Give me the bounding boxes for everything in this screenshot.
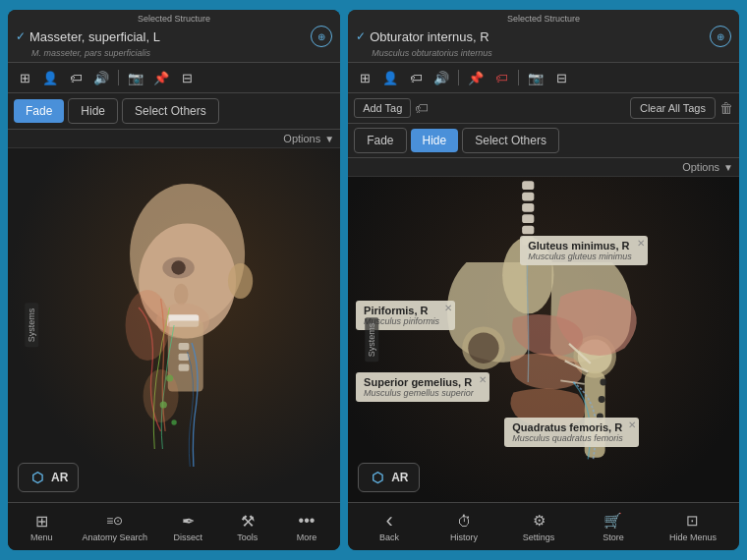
left-ar-button[interactable]: ⬡ AR: [18, 463, 79, 492]
left-nav-more[interactable]: ••• More: [282, 509, 331, 544]
left-selected-structure-label: Selected Structure: [16, 14, 332, 24]
left-toolbar-tag-icon[interactable]: 🏷: [65, 67, 86, 88]
left-structure-name-row: ✓ Masseter, superficial, L ⊕: [16, 26, 332, 47]
left-ar-label: AR: [51, 471, 68, 484]
left-nav-anatomy-search-label: Anatomy Search: [82, 532, 147, 542]
right-settings-icon: ⚙: [527, 511, 550, 531]
right-toolbar: ⊞ 👤 🏷 🔊 📌 🏷 📷 ⊟: [348, 63, 739, 93]
right-options-label[interactable]: Options: [682, 161, 719, 173]
right-label-superior-gemelius: Superior gemelius, R Musculus gemellus s…: [356, 372, 489, 402]
left-bottom-nav: ⊞ Menu ≡⊙ Anatomy Search ✒ Dissect ⚒ Too…: [8, 502, 340, 550]
svg-point-3: [171, 260, 185, 274]
left-toolbar-camera-icon[interactable]: 📷: [125, 67, 146, 88]
left-anatomy-svg: [8, 148, 340, 502]
right-ar-button[interactable]: ⬡ AR: [358, 463, 419, 492]
left-hide-button[interactable]: Hide: [68, 98, 118, 124]
left-checkmark-icon: ✓: [16, 29, 26, 43]
right-clear-all-tags-button[interactable]: Clear All Tags: [630, 97, 716, 119]
right-nav-back[interactable]: ‹ Back: [365, 509, 414, 544]
right-chevron-down-icon: ▼: [723, 162, 733, 173]
right-nav-history-label: History: [450, 532, 478, 542]
left-toolbar-separator: [118, 70, 119, 85]
left-viewport[interactable]: Systems: [8, 148, 340, 502]
right-toolbar-volume-icon[interactable]: 🔊: [431, 67, 452, 88]
left-menu-icon: ⊞: [29, 511, 53, 531]
left-action-buttons: Fade Hide Select Others: [8, 93, 340, 130]
left-target-icon[interactable]: ⊕: [311, 26, 332, 47]
svg-rect-20: [522, 214, 534, 223]
right-label-gluteus: Gluteus minimus, R Musculus gluteus mini…: [520, 236, 648, 265]
right-toolbar-separator2: [518, 70, 519, 85]
right-back-icon: ‹: [377, 511, 401, 531]
left-selected-structure-bar: Selected Structure ✓ Masseter, superfici…: [8, 10, 340, 63]
left-anatomy-search-icon: ≡⊙: [103, 511, 127, 531]
right-nav-store[interactable]: 🛒 Store: [589, 509, 638, 544]
right-selected-structure-label: Selected Structure: [356, 14, 731, 24]
right-bottom-nav: ‹ Back ⏱ History ⚙ Settings 🛒 Store ⊡ Hi…: [348, 502, 739, 550]
left-toolbar: ⊞ 👤 🏷 🔊 📷 📌 ⊟: [8, 63, 340, 93]
right-selected-structure-bar: Selected Structure ✓ Obturator internus,…: [348, 10, 739, 63]
right-viewport[interactable]: Systems: [348, 177, 739, 502]
right-panel: Selected Structure ✓ Obturator internus,…: [348, 10, 739, 550]
left-structure-subtitle: M. masseter, pars superficialis: [16, 48, 332, 58]
right-toolbar-person-icon[interactable]: 👤: [379, 67, 401, 88]
svg-point-33: [599, 396, 605, 403]
right-toolbar-grid-icon[interactable]: ⊞: [354, 67, 375, 88]
right-structure-name: ✓ Obturator internus, R: [356, 29, 488, 44]
right-nav-settings[interactable]: ⚙ Settings: [514, 509, 563, 544]
left-nav-tools-label: Tools: [237, 532, 258, 542]
right-toolbar-separator1: [458, 70, 459, 85]
svg-rect-19: [522, 203, 534, 212]
left-structure-name-text: Masseter, superficial, L: [29, 29, 160, 44]
left-nav-anatomy-search[interactable]: ≡⊙ Anatomy Search: [76, 509, 153, 544]
svg-rect-17: [522, 181, 534, 190]
right-toolbar-tag2-icon[interactable]: 🏷: [490, 67, 512, 88]
right-nav-hide-menus[interactable]: ⊡ Hide Menus: [663, 509, 722, 544]
right-nav-back-label: Back: [379, 532, 399, 542]
left-options-row: Options ▼: [8, 130, 340, 148]
right-hide-button[interactable]: Hide: [411, 129, 459, 152]
right-label-gluteus-close[interactable]: ✕: [637, 238, 645, 249]
right-toolbar-tag-icon[interactable]: 🏷: [405, 67, 427, 88]
left-fade-button[interactable]: Fade: [14, 99, 64, 123]
right-add-tag-button[interactable]: Add Tag: [354, 98, 411, 118]
left-toolbar-grid-icon[interactable]: ⊞: [14, 67, 35, 88]
right-action-buttons: Fade Hide Select Others: [348, 124, 739, 158]
left-nav-menu[interactable]: ⊞ Menu: [17, 509, 66, 544]
left-nav-tools[interactable]: ⚒ Tools: [223, 509, 272, 544]
left-nav-more-label: More: [297, 532, 317, 542]
left-select-others-button[interactable]: Select Others: [122, 98, 219, 124]
right-toolbar-grid2-icon[interactable]: ⊟: [550, 67, 572, 88]
right-select-others-button[interactable]: Select Others: [462, 128, 559, 153]
left-toolbar-person-icon[interactable]: 👤: [39, 67, 61, 88]
svg-rect-10: [179, 364, 190, 371]
right-nav-settings-label: Settings: [523, 532, 555, 542]
left-toolbar-pin-icon[interactable]: 📌: [150, 67, 172, 88]
right-tag-icon[interactable]: 🏷: [415, 100, 429, 116]
left-tools-icon: ⚒: [236, 511, 259, 531]
left-options-label[interactable]: Options: [283, 133, 320, 144]
right-history-icon: ⏱: [452, 511, 476, 531]
left-nav-dissect[interactable]: ✒ Dissect: [163, 509, 212, 544]
right-clear-icon: 🗑: [719, 100, 733, 116]
right-label-piriformis-close[interactable]: ✕: [444, 303, 452, 313]
right-toolbar-camera-icon[interactable]: 📷: [525, 67, 546, 88]
right-label-quadratus-close[interactable]: ✕: [628, 420, 636, 430]
svg-point-15: [126, 290, 170, 361]
left-more-icon: •••: [295, 511, 318, 531]
left-ar-cube-icon: ⬡: [29, 469, 46, 486]
right-nav-store-label: Store: [603, 532, 624, 542]
right-structure-subtitle: Musculus obturatorius internus: [356, 48, 731, 58]
left-toolbar-volume-icon[interactable]: 🔊: [90, 67, 112, 88]
right-fade-button[interactable]: Fade: [354, 128, 406, 153]
right-label-superior-gemelius-close[interactable]: ✕: [479, 374, 487, 385]
right-nav-hide-menus-label: Hide Menus: [669, 532, 717, 542]
left-toolbar-grid2-icon[interactable]: ⊟: [176, 67, 198, 88]
right-toolbar-pin-icon[interactable]: 📌: [465, 67, 487, 88]
left-systems-label: Systems: [25, 304, 38, 348]
right-label-quadratus-femoris: Quadratus femoris, R Musculus quadratus …: [504, 418, 639, 447]
svg-rect-9: [179, 354, 190, 361]
svg-point-25: [468, 333, 498, 364]
right-target-icon[interactable]: ⊕: [710, 26, 731, 47]
right-nav-history[interactable]: ⏱ History: [439, 509, 488, 544]
